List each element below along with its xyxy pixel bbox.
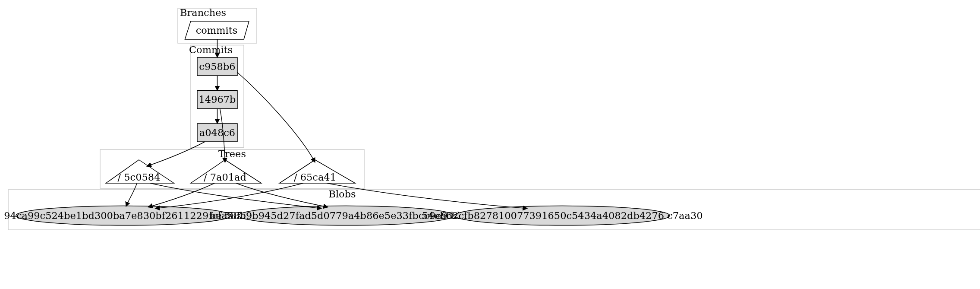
commits-cluster-label: Commits [189, 44, 233, 55]
branches-cluster-label: Branches [180, 7, 226, 18]
commit-a048c6-label: a048c6 [199, 127, 235, 138]
trees-cluster-label: Trees [218, 148, 246, 159]
edge-5c0584-to-blob1 [126, 183, 137, 206]
tree-5c0584-label: / 5c0584 [118, 171, 161, 183]
blobs-cluster-label: Blobs [328, 188, 356, 200]
tree-7a01ad-label: / 7a01ad [204, 171, 246, 183]
commit-c958b6-label: c958b6 [199, 61, 235, 72]
edge-c958b6-to-65ca41 [237, 73, 315, 163]
blob-c7aa30-label: 54eb62cfb827810077391650c5434a4082db4276… [422, 210, 703, 221]
tree-65ca41-label: / 65ca41 [294, 171, 336, 183]
edge-65ca41-to-blob1 [155, 183, 304, 209]
branch-label: commits [196, 25, 238, 36]
edge-7a01ad-to-blob1 [148, 183, 215, 207]
commit-14967b-label: 14967b [199, 94, 236, 105]
git-object-graph: Branches commits Commits c958b6 14967b a… [4, 4, 980, 289]
edge-a048c6-to-5c0584 [147, 142, 205, 166]
edge-5c0584-to-blob2 [150, 183, 322, 209]
edge-65ca41-to-blob3 [327, 183, 527, 209]
